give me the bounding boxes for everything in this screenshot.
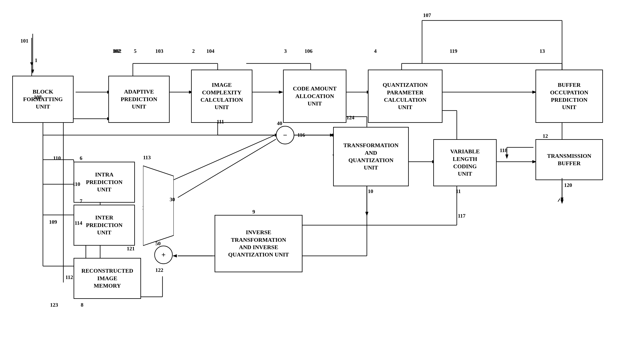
label-114: 114: [74, 220, 82, 226]
mux-selector: [143, 160, 174, 252]
subtract-circle: −: [276, 126, 294, 144]
label-3: 3: [284, 48, 287, 54]
svg-marker-52: [366, 212, 368, 216]
label-13: 13: [540, 48, 545, 54]
label-12: 12: [543, 133, 548, 139]
svg-marker-89: [560, 198, 564, 202]
label-112: 112: [66, 274, 73, 280]
label-103: 103: [155, 48, 163, 54]
svg-line-48: [178, 139, 276, 198]
quantization-param-unit: QUANTIZATIONPARAMETERCALCULATIONUNIT: [368, 70, 442, 123]
label-6: 6: [80, 155, 82, 161]
label-119: 119: [450, 48, 458, 54]
code-amount-unit: CODE AMOUNTALLOCATIONUNIT: [283, 70, 346, 123]
label-8: 8: [81, 302, 84, 308]
label-113: 113: [143, 154, 151, 161]
label-124: 124: [346, 115, 354, 121]
label-109: 109: [49, 219, 57, 225]
diagram: 101 1 102 BLOCKFORMATTINGUNIT 102 5 103 …: [0, 0, 644, 340]
label-108: 108: [34, 94, 42, 100]
label-10: 10: [368, 188, 373, 195]
label-2: 2: [192, 48, 195, 54]
label-106: 106: [304, 48, 312, 54]
label-111: 111: [217, 119, 224, 125]
label-104: 104: [206, 48, 214, 54]
label-ref-102: 102: [112, 48, 120, 54]
input-arrow: [24, 34, 41, 79]
label-116: 116: [297, 132, 305, 138]
reconstructed-image-memory: RECONSTRUCTEDIMAGEMEMORY: [74, 258, 141, 299]
svg-marker-85: [143, 166, 174, 246]
label-118: 118: [500, 147, 508, 153]
label-110b: 110: [72, 181, 80, 187]
label-107: 107: [423, 12, 431, 19]
label-4: 4: [374, 48, 377, 54]
label-123: 123: [50, 302, 58, 308]
label-7: 7: [80, 198, 82, 204]
svg-marker-9: [279, 91, 283, 94]
inverse-transform-unit: INVERSETRANSFORMATIONAND INVERSEQUANTIZA…: [214, 215, 302, 272]
label-110a: 110: [53, 155, 61, 161]
label-40: 40: [277, 120, 282, 126]
block-formatting-unit: BLOCKFORMATTINGUNIT: [12, 76, 74, 123]
intra-prediction-unit: INTRAPREDICTIONUNIT: [74, 162, 135, 203]
label-11: 11: [456, 188, 461, 195]
variable-length-unit: VARIABLELENGTHCODINGUNIT: [433, 139, 497, 186]
transmission-buffer: TRANSMISSIONBUFFER: [536, 139, 603, 180]
output-arrow: [554, 178, 570, 207]
svg-marker-87: [31, 70, 34, 74]
buffer-occupation-unit: BUFFEROCCUPATIONPREDICTIONUNIT: [536, 70, 603, 123]
label-30: 30: [170, 197, 175, 203]
inter-prediction-unit: INTERPREDICTIONUNIT: [74, 205, 135, 246]
label-117: 117: [458, 213, 466, 219]
svg-line-90: [558, 199, 560, 202]
svg-marker-54: [173, 254, 177, 257]
label-9: 9: [252, 209, 255, 215]
svg-marker-27: [506, 154, 508, 159]
adaptive-prediction-unit: ADAPTIVEPREDICTIONUNIT: [108, 76, 170, 123]
label-5: 5: [134, 48, 136, 54]
image-complexity-unit: IMAGECOMPLEXITYCALCULATIONUNIT: [191, 70, 252, 123]
label-121: 121: [127, 246, 135, 252]
label-122: 122: [155, 267, 163, 273]
transformation-quant-unit: TRANSFORMATIONANDQUANTIZATIONUNIT: [333, 127, 409, 186]
